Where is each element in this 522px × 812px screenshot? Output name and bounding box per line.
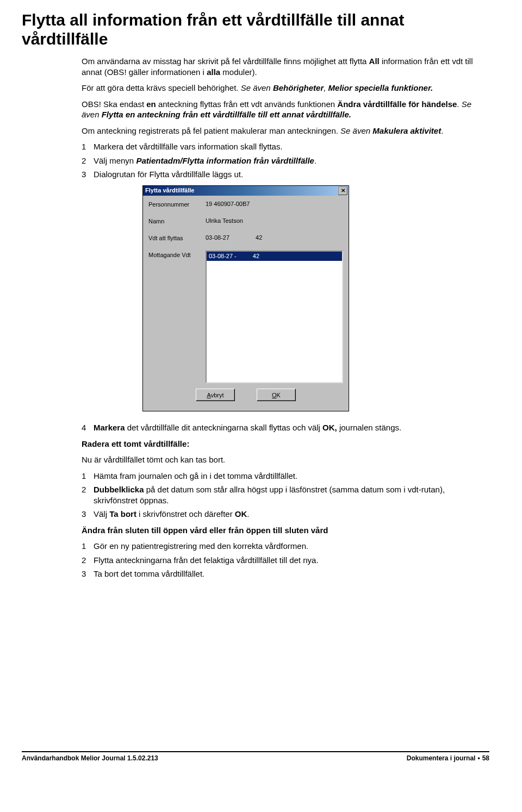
ordered-list-1: 1Markera det vårdtillfälle vars informat… bbox=[82, 141, 489, 180]
text-bold: Ändra vårdtillfälle för händelse bbox=[337, 99, 457, 109]
list-item: 2Välj menyn Patientadm/Flytta informatio… bbox=[82, 155, 489, 166]
list-item: 2Flytta anteckningarna från det felaktig… bbox=[82, 555, 489, 566]
text-italic: Se även bbox=[340, 126, 372, 135]
text: . bbox=[457, 99, 461, 109]
text: journalen stängs. bbox=[337, 423, 401, 432]
text-bold-italic: Patientadm/Flytta information från vårdt… bbox=[136, 156, 314, 165]
text-bold: Dubbelklicka bbox=[94, 485, 144, 494]
text: Om anteckning registrerats på fel patien… bbox=[82, 126, 340, 135]
text: Flytta anteckningarna från det felaktiga… bbox=[94, 555, 489, 566]
text-bold-italic: Melior speciella funktioner. bbox=[328, 83, 433, 92]
value-personnummer: 19 460907-00B7 bbox=[206, 200, 343, 208]
mottagande-vdt-listbox[interactable]: 03-08-27 - 42 bbox=[206, 251, 343, 383]
text-italic: , bbox=[324, 83, 328, 92]
paragraph-4: Om anteckning registrerats på fel patien… bbox=[82, 126, 489, 136]
list-item: 3Välj Ta bort i skrivfönstret och däreft… bbox=[82, 509, 489, 520]
text: i skrivfönstret och därefter bbox=[136, 509, 235, 519]
list-item: 3Dialogrutan för Flytta vårdtillfälle lä… bbox=[82, 169, 489, 180]
text-bold: OK, bbox=[322, 423, 337, 432]
text-bold: All bbox=[369, 57, 380, 66]
paragraph-1: Om användarna av misstag har skrivit på … bbox=[82, 56, 489, 77]
label-mottagande-vdt: Mottagande Vdt bbox=[148, 251, 206, 259]
footer-section: Dokumentera i journal bbox=[407, 754, 476, 762]
text-bold: en bbox=[146, 99, 156, 109]
text-bold-italic: Flytta en anteckning från ett vårdtillfä… bbox=[102, 110, 351, 119]
text-bold: Ta bort bbox=[109, 509, 136, 519]
close-icon: ✕ bbox=[341, 187, 345, 194]
text: det vårdtillfälle dit anteckningarna ska… bbox=[125, 423, 323, 432]
list-item: 2Dubbelklicka på det datum som står allr… bbox=[82, 484, 489, 505]
text: För att göra detta krävs speciell behöri… bbox=[82, 83, 241, 92]
paragraph-3: OBS! Ska endast en anteckning flyttas fr… bbox=[82, 99, 489, 120]
text: Dialogrutan för Flytta vårdtillfälle läg… bbox=[94, 169, 489, 180]
dialog-titlebar[interactable]: Flytta vårdtillfälle ✕ bbox=[143, 186, 349, 196]
text: vbryt bbox=[211, 392, 224, 398]
text: OBS! Ska endast bbox=[82, 99, 146, 109]
text: . bbox=[441, 126, 443, 135]
value-vdt-code: 42 bbox=[256, 234, 262, 241]
text-bold-italic: Makulera aktivitet bbox=[372, 126, 441, 135]
list-item: 1Markera det vårdtillfälle vars informat… bbox=[82, 141, 489, 152]
paragraph-radera: Nu är vårdtillfället tömt och kan tas bo… bbox=[82, 454, 489, 465]
heading-andra: Ändra från sluten till öppen vård eller … bbox=[82, 525, 489, 536]
text: Om användarna av misstag har skrivit på … bbox=[82, 57, 369, 66]
ordered-list-4: 1Gör en ny patientregistrering med den k… bbox=[82, 541, 489, 579]
text: Gör en ny patientregistrering med den ko… bbox=[94, 541, 489, 552]
text: Markera det vårdtillfälle vars informati… bbox=[94, 141, 489, 152]
text: Välj menyn bbox=[94, 156, 136, 165]
avbryt-button[interactable]: Avbryt bbox=[196, 389, 235, 401]
footer-page-number: 58 bbox=[482, 754, 489, 762]
bullet-icon: • bbox=[475, 754, 482, 762]
text: Hämta fram journalen och gå in i det tom… bbox=[94, 471, 489, 482]
ordered-list-2: 4Markera det vårdtillfälle dit antecknin… bbox=[82, 422, 489, 433]
page-footer: Användarhandbok Melior Journal 1.5.02.21… bbox=[22, 751, 489, 762]
text-bold: Markera bbox=[94, 423, 125, 432]
ordered-list-3: 1Hämta fram journalen och gå in i det to… bbox=[82, 471, 489, 520]
text: K bbox=[277, 392, 281, 398]
listbox-item-code: 42 bbox=[253, 252, 259, 260]
label-vdt-att-flyttas: Vdt att flyttas bbox=[148, 234, 206, 242]
listbox-selected-item[interactable]: 03-08-27 - 42 bbox=[207, 252, 342, 260]
text-bold: Ändra från sluten till öppen vård eller … bbox=[82, 526, 328, 535]
text: moduler). bbox=[220, 67, 257, 77]
list-item: 4Markera det vårdtillfälle dit antecknin… bbox=[82, 422, 489, 433]
value-namn: Ulrika Testson bbox=[206, 217, 343, 224]
list-item: 3Ta bort det tomma vårdtillfället. bbox=[82, 569, 489, 579]
text: på det datum som står allra högst upp i … bbox=[94, 485, 445, 505]
ok-button[interactable]: OK bbox=[257, 389, 296, 401]
list-item: 1Gör en ny patientregistrering med den k… bbox=[82, 541, 489, 552]
text-bold: OK bbox=[235, 509, 247, 519]
text-bold: Radera ett tomt vårdtillfälle: bbox=[82, 439, 189, 448]
label-personnummer: Personnummer bbox=[148, 200, 206, 208]
text: O bbox=[272, 392, 277, 398]
listbox-item-date: 03-08-27 - bbox=[209, 252, 237, 260]
value-vdt-date: 03-08-27 bbox=[206, 234, 229, 241]
text-bold: alla bbox=[207, 67, 220, 77]
text: A bbox=[207, 392, 211, 398]
text-bold-italic: Behörigheter bbox=[273, 83, 324, 92]
text-italic: Se även bbox=[241, 83, 273, 92]
close-button[interactable]: ✕ bbox=[338, 186, 347, 195]
heading-radera: Radera ett tomt vårdtillfälle: bbox=[82, 439, 489, 449]
text: anteckning flyttas från ett vdt används … bbox=[156, 99, 338, 109]
label-namn: Namn bbox=[148, 217, 206, 225]
paragraph-2: För att göra detta krävs speciell behöri… bbox=[82, 83, 489, 93]
text: Välj bbox=[94, 509, 109, 519]
text: Ta bort det tomma vårdtillfället. bbox=[94, 569, 489, 579]
text: . bbox=[247, 509, 249, 519]
footer-left: Användarhandbok Melior Journal 1.5.02.21… bbox=[22, 754, 158, 762]
dialog-flytta-vardtillfalle: Flytta vårdtillfälle ✕ Personnummer 19 4… bbox=[142, 185, 349, 412]
page-title: Flytta all information från ett vårdtill… bbox=[22, 11, 489, 48]
text: . bbox=[314, 156, 316, 165]
dialog-title: Flytta vårdtillfälle bbox=[145, 186, 194, 194]
list-item: 1Hämta fram journalen och gå in i det to… bbox=[82, 471, 489, 482]
